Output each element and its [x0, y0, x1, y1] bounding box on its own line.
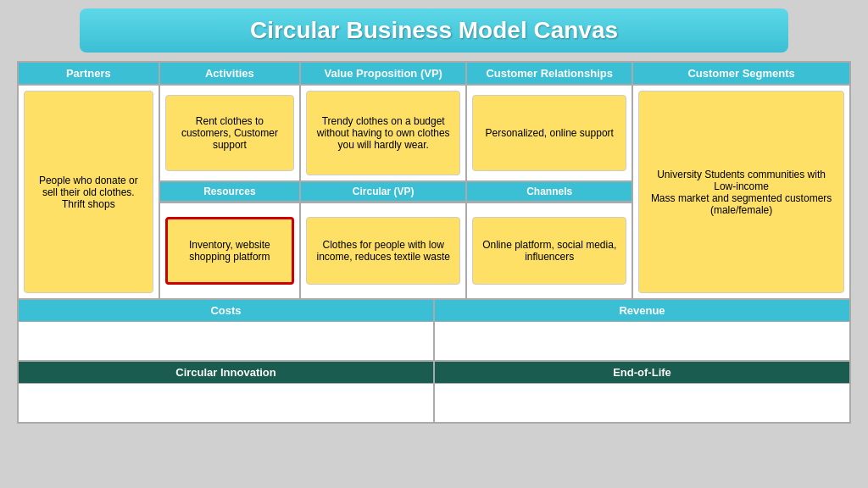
cr-top: Personalized, online support — [467, 86, 632, 180]
revenue-cell: Revenue — [435, 300, 849, 360]
costs-cell: Costs — [19, 300, 435, 360]
col-cs: Customer Segments University Students co… — [633, 63, 849, 298]
resources-card: Inventory, website shopping platform — [165, 217, 295, 285]
costs-header: Costs — [19, 300, 433, 322]
innovation-header: Circular Innovation — [19, 362, 433, 384]
revenue-content — [435, 322, 849, 360]
circular-vp-card: Clothes for people with low income, redu… — [306, 217, 460, 285]
resources-sub-header: Resources — [160, 180, 300, 202]
innovation-content — [19, 384, 433, 422]
innovation-eol-row: Circular Innovation End-of-Life — [19, 362, 849, 422]
vp-bottom: Clothes for people with low income, redu… — [301, 202, 465, 298]
col-cr: Customer Relationships Personalized, onl… — [467, 63, 633, 298]
channels-card: Online platform, social media, influence… — [472, 217, 626, 285]
innovation-cell: Circular Innovation — [19, 362, 435, 422]
vp-card: Trendy clothes on a budget without havin… — [306, 91, 460, 175]
activities-card: Rent clothes to customers, Customer supp… — [165, 95, 295, 171]
col-activities: Activities Rent clothes to customers, Cu… — [160, 63, 302, 298]
vp-top: Trendy clothes on a budget without havin… — [301, 86, 465, 180]
col-vp: Value Proposition (VP) Trendy clothes on… — [301, 63, 467, 298]
eol-cell: End-of-Life — [435, 362, 849, 422]
page-title: Circular Business Model Canvas — [114, 17, 754, 44]
vp-header: Value Proposition (VP) — [301, 63, 465, 86]
circular-vp-sub-header: Circular (VP) — [301, 180, 465, 202]
partners-content: People who donate or sell their old clot… — [19, 86, 159, 298]
activities-top: Rent clothes to customers, Customer supp… — [160, 86, 300, 180]
col-partners: Partners People who donate or sell their… — [19, 63, 160, 298]
activities-header: Activities — [160, 63, 300, 86]
cr-bottom: Online platform, social media, influence… — [467, 202, 632, 298]
eol-header: End-of-Life — [435, 362, 849, 384]
revenue-header: Revenue — [435, 300, 849, 322]
bottom-section: Costs Revenue Circular Innovation End-of… — [19, 300, 849, 422]
partners-card: People who donate or sell their old clot… — [24, 91, 153, 293]
costs-revenue-row: Costs Revenue — [19, 300, 849, 362]
cr-header: Customer Relationships — [467, 63, 632, 86]
channels-sub-header: Channels — [467, 180, 632, 202]
cs-card: University Students communities with Low… — [638, 91, 844, 293]
costs-content — [19, 322, 433, 360]
cs-header: Customer Segments — [633, 63, 849, 86]
cs-content: University Students communities with Low… — [633, 86, 849, 298]
partners-header: Partners — [19, 63, 159, 86]
activities-bottom: Inventory, website shopping platform — [160, 202, 300, 298]
title-banner: Circular Business Model Canvas — [80, 8, 788, 53]
eol-content — [435, 384, 849, 422]
vp-inner: Trendy clothes on a budget without havin… — [301, 86, 465, 298]
cr-inner: Personalized, online support Channels On… — [467, 86, 632, 298]
cr-card: Personalized, online support — [472, 95, 626, 171]
canvas: Partners People who donate or sell their… — [17, 61, 851, 424]
activities-inner: Rent clothes to customers, Customer supp… — [160, 86, 300, 298]
top-section: Partners People who donate or sell their… — [19, 63, 849, 300]
